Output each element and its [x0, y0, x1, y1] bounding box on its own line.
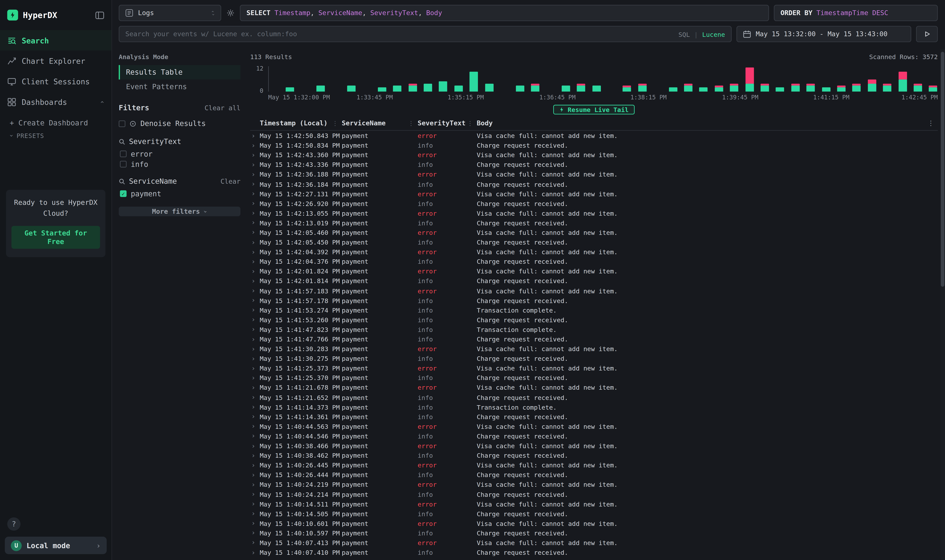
row-expand-chevron[interactable]: ›	[250, 180, 260, 188]
preset-item[interactable]	[0, 164, 111, 175]
row-expand-chevron[interactable]: ›	[250, 229, 260, 236]
table-row[interactable]: › May 15 1:40:44.563 PM payment error Vi…	[250, 422, 938, 431]
source-select[interactable]: Logs ››	[119, 5, 221, 21]
facet-checkbox[interactable]	[120, 161, 126, 168]
row-expand-chevron[interactable]: ›	[250, 335, 260, 343]
presets-section-toggle[interactable]: › PRESETS	[0, 130, 111, 141]
row-expand-chevron[interactable]: ›	[250, 539, 260, 546]
table-row[interactable]: › May 15 1:41:57.178 PM payment info Cha…	[250, 295, 938, 305]
table-row[interactable]: › May 15 1:42:36.184 PM payment info Cha…	[250, 179, 938, 189]
table-row[interactable]: › May 15 1:40:26.445 PM payment error Vi…	[250, 460, 938, 470]
table-row[interactable]: › May 15 1:41:57.183 PM payment error Vi…	[250, 286, 938, 295]
sidebar-collapse-icon[interactable]	[95, 11, 104, 19]
row-expand-chevron[interactable]: ›	[250, 403, 260, 411]
order-by-input[interactable]: ORDER BY TimestampTime DESC	[774, 5, 937, 21]
row-expand-chevron[interactable]: ›	[250, 442, 260, 449]
facet-option[interactable]: info	[120, 159, 240, 169]
preset-item[interactable]	[0, 141, 111, 152]
table-row[interactable]: › May 15 1:42:43.336 PM payment info Cha…	[250, 160, 938, 169]
sidebar-item-client-sessions[interactable]: Client Sessions	[0, 71, 111, 92]
row-expand-chevron[interactable]: ›	[250, 297, 260, 304]
help-button[interactable]: ?	[7, 517, 20, 531]
row-expand-chevron[interactable]: ›	[250, 384, 260, 391]
row-expand-chevron[interactable]: ›	[250, 132, 260, 139]
sidebar-item-dashboards[interactable]: Dashboards ›	[0, 91, 111, 112]
lang-sql-toggle[interactable]: SQL	[678, 31, 690, 38]
table-row[interactable]: › May 15 1:41:30.275 PM payment info Cha…	[250, 354, 938, 363]
table-row[interactable]: › May 15 1:42:04.392 PM payment error Vi…	[250, 247, 938, 257]
row-expand-chevron[interactable]: ›	[250, 471, 260, 478]
table-row[interactable]: › May 15 1:42:50.843 PM payment error Vi…	[250, 131, 938, 140]
row-expand-chevron[interactable]: ›	[250, 355, 260, 362]
row-expand-chevron[interactable]: ›	[250, 519, 260, 527]
row-expand-chevron[interactable]: ›	[250, 238, 260, 246]
mode-results-table[interactable]: Results Table	[119, 65, 240, 80]
table-row[interactable]: › May 15 1:40:14.511 PM payment error Vi…	[250, 499, 938, 509]
facet-checkbox[interactable]	[120, 151, 126, 157]
time-range-picker[interactable]: May 15 13:32:00 - May 15 13:43:00	[736, 26, 911, 42]
row-expand-chevron[interactable]: ›	[250, 200, 260, 207]
create-dashboard-button[interactable]: + Create Dashboard	[0, 116, 111, 130]
col-separator-icon[interactable]: ⋮	[408, 120, 414, 126]
table-row[interactable]: › May 15 1:42:13.055 PM payment error Vi…	[250, 208, 938, 218]
row-expand-chevron[interactable]: ›	[250, 413, 260, 420]
row-expand-chevron[interactable]: ›	[250, 268, 260, 275]
row-expand-chevron[interactable]: ›	[250, 248, 260, 256]
col-servicename[interactable]: ServiceName	[342, 119, 385, 127]
table-row[interactable]: › May 15 1:42:01.814 PM payment info Cha…	[250, 276, 938, 286]
row-expand-chevron[interactable]: ›	[250, 374, 260, 382]
gear-icon[interactable]	[226, 9, 235, 17]
table-row[interactable]: › May 15 1:40:44.546 PM payment info Cha…	[250, 431, 938, 441]
table-row[interactable]: › May 15 1:40:24.214 PM payment info Cha…	[250, 489, 938, 499]
sidebar-item-search[interactable]: Search	[0, 30, 111, 51]
row-expand-chevron[interactable]: ›	[250, 451, 260, 459]
col-severitytext[interactable]: SeverityText	[418, 119, 466, 127]
table-row[interactable]: › May 15 1:41:14.373 PM payment info Tra…	[250, 402, 938, 412]
get-started-button[interactable]: Get Started for Free	[11, 226, 100, 248]
table-row[interactable]: › May 15 1:41:53.260 PM payment info Cha…	[250, 315, 938, 325]
row-expand-chevron[interactable]: ›	[250, 209, 260, 217]
facet-option[interactable]: error	[120, 149, 240, 159]
denoise-checkbox[interactable]	[119, 120, 125, 127]
row-expand-chevron[interactable]: ›	[250, 316, 260, 324]
row-expand-chevron[interactable]: ›	[250, 432, 260, 440]
row-expand-chevron[interactable]: ›	[250, 509, 260, 517]
table-row[interactable]: › May 15 1:40:38.462 PM payment info Cha…	[250, 451, 938, 460]
row-expand-chevron[interactable]: ›	[250, 287, 260, 295]
preset-item[interactable]	[0, 152, 111, 164]
table-menu-icon[interactable]: ⋮	[928, 119, 934, 127]
row-expand-chevron[interactable]: ›	[250, 490, 260, 498]
row-expand-chevron[interactable]: ›	[250, 422, 260, 430]
table-row[interactable]: › May 15 1:40:07.413 PM payment error Vi…	[250, 538, 938, 548]
col-separator-icon[interactable]: ⋮	[467, 120, 473, 126]
table-row[interactable]: › May 15 1:42:43.360 PM payment error Vi…	[250, 150, 938, 160]
histogram-bars[interactable]	[268, 66, 937, 92]
facet-option[interactable]: payment	[120, 189, 240, 199]
user-mode-pill[interactable]: U Local mode ›	[5, 537, 106, 554]
scrollbar-thumb[interactable]	[941, 52, 944, 286]
row-expand-chevron[interactable]: ›	[250, 326, 260, 333]
table-row[interactable]: › May 15 1:41:25.373 PM payment error Vi…	[250, 363, 938, 373]
table-row[interactable]: › May 15 1:41:25.370 PM payment info Cha…	[250, 373, 938, 383]
row-expand-chevron[interactable]: ›	[250, 500, 260, 508]
row-expand-chevron[interactable]: ›	[250, 364, 260, 372]
row-expand-chevron[interactable]: ›	[250, 161, 260, 168]
denoise-row[interactable]: Denoise Results	[119, 117, 240, 129]
row-expand-chevron[interactable]: ›	[250, 480, 260, 488]
table-row[interactable]: › May 15 1:42:04.376 PM payment info Cha…	[250, 257, 938, 266]
table-row[interactable]: › May 15 1:40:10.597 PM payment info Cha…	[250, 528, 938, 538]
row-expand-chevron[interactable]: ›	[250, 258, 260, 265]
row-expand-chevron[interactable]: ›	[250, 345, 260, 353]
row-expand-chevron[interactable]: ›	[250, 529, 260, 537]
sql-select-input[interactable]: SELECT Timestamp, ServiceName, SeverityT…	[240, 5, 769, 21]
row-expand-chevron[interactable]: ›	[250, 306, 260, 314]
table-row[interactable]: › May 15 1:42:13.019 PM payment info Cha…	[250, 218, 938, 228]
row-expand-chevron[interactable]: ›	[250, 548, 260, 556]
table-row[interactable]: › May 15 1:42:26.920 PM payment info Cha…	[250, 198, 938, 208]
col-timestamp[interactable]: Timestamp (Local)	[260, 119, 328, 127]
facet-clear-button[interactable]: Clear	[220, 177, 240, 185]
row-expand-chevron[interactable]: ›	[250, 141, 260, 149]
row-expand-chevron[interactable]: ›	[250, 461, 260, 469]
table-row[interactable]: › May 15 1:42:05.450 PM payment info Cha…	[250, 237, 938, 247]
scrollbar-track[interactable]	[940, 49, 945, 560]
